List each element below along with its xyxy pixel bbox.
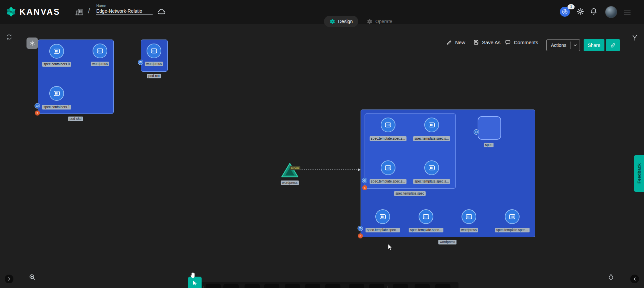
sync-icon — [6, 33, 13, 41]
zoom-in-icon — [28, 273, 37, 281]
branch-icon[interactable] — [631, 34, 638, 41]
gear-icon — [576, 7, 585, 16]
node-label: wordpress — [91, 62, 109, 66]
container-node[interactable] — [147, 44, 161, 58]
container-icon — [427, 163, 436, 172]
pod-badge[interactable] — [35, 103, 40, 109]
zoom-button[interactable] — [28, 273, 37, 281]
media-tool-button[interactable] — [325, 284, 340, 288]
hand-icon — [189, 271, 197, 279]
menu-button[interactable] — [623, 8, 631, 16]
container-node[interactable] — [49, 44, 64, 59]
design-gear-icon — [329, 18, 335, 24]
operate-gear-icon — [367, 18, 373, 24]
container-icon — [150, 47, 158, 55]
container-node[interactable] — [381, 160, 395, 175]
container-node[interactable] — [375, 209, 390, 224]
kubernetes-icon — [561, 8, 568, 15]
pan-tool-button[interactable] — [189, 271, 197, 279]
node-label: spec.containers.1 — [42, 105, 71, 110]
help-tool-button[interactable]: ? — [435, 284, 450, 288]
group-label: spec.template.spec — [394, 191, 426, 196]
group-label: pod-rcc — [147, 74, 161, 78]
container-node[interactable] — [49, 86, 64, 101]
comment-tool-button[interactable] — [264, 284, 279, 288]
shapes-tool-button[interactable] — [285, 284, 300, 288]
container-node[interactable] — [462, 209, 476, 224]
dock-divider — [387, 286, 388, 288]
tab-operate[interactable]: Operate — [361, 16, 398, 27]
pen-tool-button[interactable] — [369, 284, 384, 288]
chevron-down-icon — [573, 43, 577, 47]
org-switcher-button[interactable] — [74, 7, 84, 16]
node-label: wordpress — [281, 181, 299, 185]
group-spec-template-spec[interactable] — [365, 114, 456, 189]
user-avatar[interactable] — [605, 6, 617, 18]
copy-link-button[interactable] — [606, 39, 620, 51]
pod-badge[interactable] — [474, 129, 479, 135]
share-button[interactable]: Share — [584, 39, 604, 51]
container-icon — [508, 212, 517, 221]
comments-label: Comments — [514, 40, 538, 45]
container-node[interactable] — [424, 118, 439, 132]
tab-design[interactable]: Design — [324, 16, 358, 27]
actions-button[interactable]: Actions — [546, 39, 580, 51]
feedback-tab[interactable]: Feedback — [634, 155, 644, 192]
design-name-input[interactable] — [96, 8, 153, 15]
drawer-tool-button[interactable] — [393, 284, 408, 288]
dock-divider — [345, 286, 345, 288]
design-canvas[interactable]: Feedback New Save As — [0, 24, 644, 288]
node-label: spec.template.spec... — [495, 228, 530, 232]
group-label: pod-skd — [68, 117, 83, 121]
freeze-layout-button[interactable] — [26, 38, 38, 49]
node-label: spec.template.spec.s... — [413, 136, 450, 141]
actions-dropdown-toggle[interactable] — [571, 43, 580, 47]
ink-drop-icon[interactable] — [607, 273, 615, 281]
design-name-label: Name — [96, 4, 153, 8]
spec-node[interactable] — [478, 116, 501, 140]
pencil-tool-button[interactable] — [349, 284, 364, 288]
save-as-button[interactable]: Save As — [473, 39, 500, 46]
comments-button[interactable]: Comments — [505, 39, 538, 46]
breadcrumb-separator: / — [88, 6, 90, 15]
container-node[interactable] — [424, 160, 439, 175]
issue-count-badge[interactable]: 4 — [362, 185, 367, 190]
settings-button[interactable] — [576, 7, 585, 16]
tab-design-label: Design — [338, 19, 353, 24]
components-tool-button[interactable] — [206, 284, 221, 288]
node-label: spec.template.spec... — [366, 228, 400, 232]
hamburger-icon — [623, 8, 631, 16]
issue-count-badge[interactable]: 3 — [358, 233, 363, 238]
group-label: wordpress — [438, 240, 457, 244]
issue-count-badge[interactable]: 2 — [35, 111, 40, 116]
collapse-right-panel-button[interactable] — [630, 275, 639, 283]
catalog-tool-button[interactable] — [245, 284, 260, 288]
pod-badge[interactable] — [362, 178, 367, 183]
container-node[interactable] — [381, 118, 395, 132]
cursor-icon — [192, 280, 198, 287]
text-tool-button[interactable]: T — [305, 284, 320, 288]
container-node[interactable] — [419, 209, 433, 224]
expand-left-panel-button[interactable] — [5, 275, 13, 283]
service-node[interactable] — [281, 163, 299, 177]
chevron-left-icon — [633, 277, 637, 281]
comment-icon — [505, 39, 511, 46]
new-button[interactable]: New — [446, 39, 465, 46]
node-label: spec — [484, 143, 493, 147]
notifications-button[interactable] — [589, 7, 598, 16]
container-node[interactable] — [505, 209, 520, 224]
pod-badge[interactable] — [138, 60, 143, 65]
mouse-cursor — [386, 243, 394, 251]
layers-tool-button[interactable] — [415, 284, 430, 288]
service-edge — [297, 167, 363, 173]
brand-title: KANVAS — [19, 7, 60, 17]
container-node[interactable] — [93, 44, 107, 58]
kanvas-logo-icon[interactable] — [5, 6, 17, 17]
pod-badge[interactable] — [358, 226, 363, 231]
cluster-count-badge: 1 — [568, 4, 575, 9]
cloud-sync-icon[interactable] — [157, 7, 166, 17]
container-icon — [384, 163, 392, 172]
node-label: wordpress — [460, 228, 478, 232]
sync-button[interactable] — [6, 33, 13, 41]
kubernetes-tool-button[interactable] — [223, 284, 239, 288]
